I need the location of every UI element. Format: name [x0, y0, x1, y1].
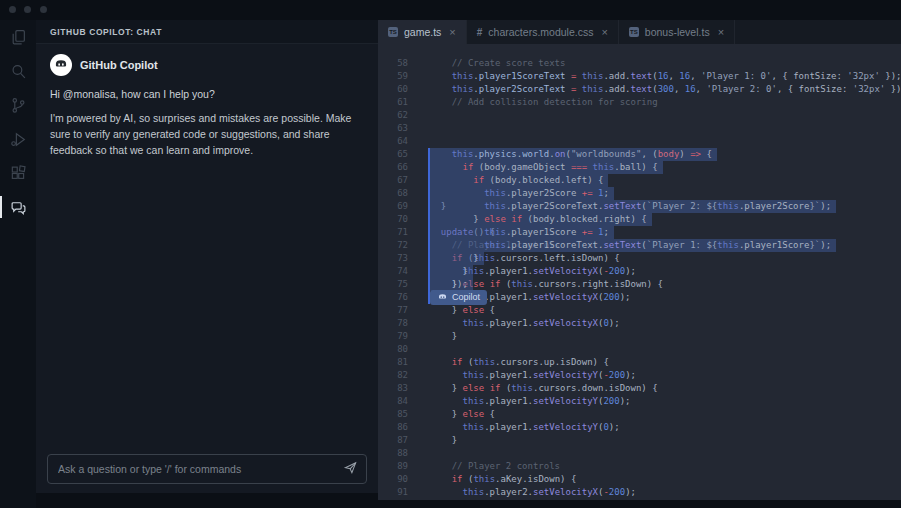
send-icon [343, 460, 358, 475]
ghost-code-line: if (body.gameObject === this.ball) { [428, 161, 836, 174]
ghost-code-line: } [428, 252, 836, 265]
code-line: 81 if (this.cursors.up.isDown) { [378, 356, 901, 369]
chat-icon [10, 199, 27, 216]
editor-tab-bar: TS game.ts × # characters.module.css × T… [378, 20, 901, 44]
ghost-code-line: } else if (body.blocked.right) { [428, 213, 836, 226]
source-control-icon [10, 97, 27, 114]
window-titlebar [0, 0, 901, 20]
search-icon [10, 63, 27, 80]
code-line: 88 [378, 447, 901, 460]
code-line: 61 // Add collision detection for scorin… [378, 96, 901, 109]
ghost-code-line: this.player1ScoreText.setText(`Player 1:… [428, 239, 836, 252]
code-line: 62 [378, 109, 901, 122]
ghost-code-line: this.player2ScoreText.setText(`Player 2:… [428, 200, 836, 213]
code-line: 90 if (this.aKey.isDown) { [378, 473, 901, 486]
code-line: 82 this.player1.setVelocityY(-200); [378, 369, 901, 382]
code-line: 77 } else { [378, 304, 901, 317]
code-line: 86 this.player1.setVelocityY(0); [378, 421, 901, 434]
code-line: 84 this.player1.setVelocityY(200); [378, 395, 901, 408]
editor-group: TS game.ts × # characters.module.css × T… [378, 20, 901, 500]
code-line: 63 [378, 122, 901, 135]
send-button[interactable] [343, 460, 358, 479]
copilot-suggestion-overlay: this.physics.world.on("worldbounds", (bo… [428, 148, 836, 291]
ghost-code-line: if (body.blocked.left) { [428, 174, 836, 187]
run-debug-icon [10, 131, 27, 148]
copilot-logo-icon [53, 57, 69, 73]
activity-bar [0, 20, 36, 508]
code-line: 87 } [378, 434, 901, 447]
typescript-file-icon: TS [629, 27, 639, 37]
code-line: 79 } [378, 330, 901, 343]
chat-author-name: GitHub Copilot [80, 59, 158, 71]
code-line: 58 // Create score texts [378, 57, 901, 70]
chat-panel-header: GITHUB COPILOT: CHAT [36, 20, 378, 44]
chat-panel-title: GITHUB COPILOT: CHAT [50, 27, 162, 37]
code-line: 83 } else if (this.cursors.down.isDown) … [378, 382, 901, 395]
activity-search-button[interactable] [0, 54, 36, 88]
extensions-icon [10, 165, 27, 182]
activity-copilot-chat-button[interactable] [0, 190, 36, 224]
ghost-lines: this.physics.world.on("worldbounds", (bo… [428, 148, 836, 291]
activity-explorer-button[interactable] [0, 20, 36, 54]
code-line: 59 this.player1ScoreText = this.add.text… [378, 70, 901, 83]
window-control-dot[interactable] [24, 6, 31, 13]
ghost-code-line: this.physics.world.on("worldbounds", (bo… [428, 148, 836, 161]
window-control-dot[interactable] [9, 6, 16, 13]
code-line: 64 [378, 135, 901, 148]
code-editor[interactable]: 58 // Create score texts59 this.player1S… [378, 44, 901, 500]
code-line: 78 this.player1.setVelocityX(0); [378, 317, 901, 330]
code-line: 80 [378, 343, 901, 356]
files-icon [10, 29, 27, 46]
copilot-badge-label: Copilot [452, 291, 480, 304]
copilot-avatar [50, 54, 72, 76]
selection-bar [428, 148, 430, 304]
typescript-file-icon: TS [388, 27, 398, 37]
css-file-icon: # [477, 27, 483, 38]
chat-message-header: GitHub Copilot [50, 54, 158, 76]
window-control-dot[interactable] [40, 6, 47, 13]
copilot-badge: Copilot [430, 290, 487, 305]
chat-greeting-text: Hi @monalisa, how can I help you? [50, 88, 372, 100]
code-line: 85 } else { [378, 408, 901, 421]
copilot-chat-panel: GITHUB COPILOT: CHAT GitHub Copilot Hi @… [36, 20, 378, 493]
code-line: 89 // Player 2 controls [378, 460, 901, 473]
vscode-window: GITHUB COPILOT: CHAT GitHub Copilot Hi @… [0, 0, 901, 508]
chat-input-container [47, 454, 367, 484]
activity-run-debug-button[interactable] [0, 122, 36, 156]
close-tab-icon[interactable]: × [601, 26, 607, 38]
chat-input[interactable] [58, 463, 343, 475]
code-line: 60 this.player2ScoreText = this.add.text… [378, 83, 901, 96]
tab-label: characters.module.css [488, 26, 593, 38]
chat-disclaimer-text: I'm powered by AI, so surprises and mist… [50, 110, 372, 158]
ghost-code-line: this.player2Score += 1; [428, 187, 836, 200]
close-tab-icon[interactable]: × [449, 26, 455, 38]
ghost-code-line: } [428, 265, 836, 278]
tab-characters-module-css[interactable]: # characters.module.css × [467, 20, 619, 44]
tab-game-ts[interactable]: TS game.ts × [378, 20, 467, 44]
tab-label: game.ts [404, 26, 441, 38]
tab-label: bonus-level.ts [645, 26, 710, 38]
activity-extensions-button[interactable] [0, 156, 36, 190]
close-tab-icon[interactable]: × [718, 26, 724, 38]
activity-source-control-button[interactable] [0, 88, 36, 122]
copilot-badge-icon [437, 292, 448, 303]
code-line: 91 this.player2.setVelocityX(-200); [378, 486, 901, 499]
ghost-code-line: this.player1Score += 1; [428, 226, 836, 239]
tab-bonus-level-ts[interactable]: TS bonus-level.ts × [619, 20, 735, 44]
ghost-code-line: }); [428, 278, 836, 291]
